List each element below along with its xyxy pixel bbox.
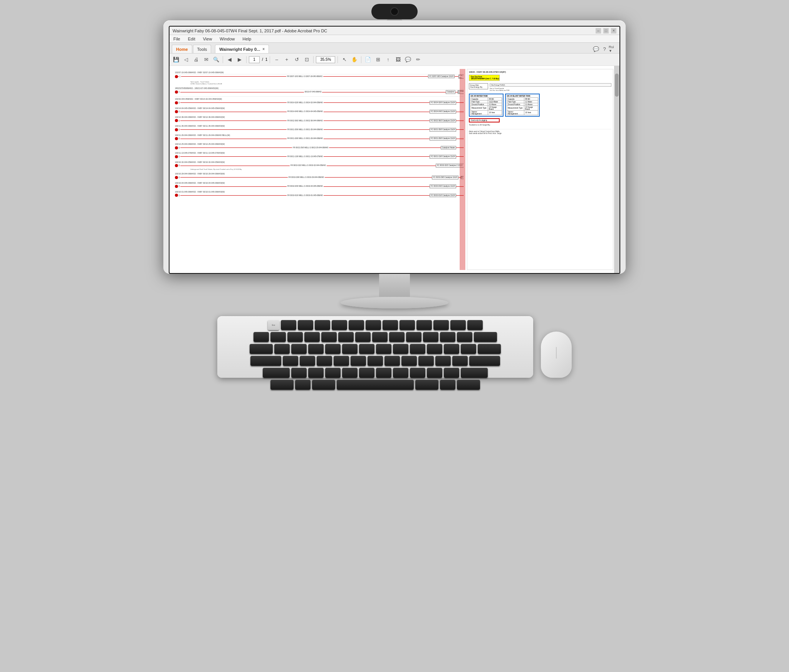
key-s[interactable] xyxy=(300,356,315,366)
next-page-icon[interactable]: ▶ xyxy=(235,55,244,64)
key-v[interactable] xyxy=(342,368,358,378)
key-f5[interactable] xyxy=(349,320,364,330)
key-g[interactable] xyxy=(351,356,366,366)
key-o[interactable] xyxy=(410,344,425,354)
key-x[interactable] xyxy=(308,368,324,378)
key-rctrl[interactable] xyxy=(457,380,480,390)
key-lctrl[interactable] xyxy=(270,380,294,390)
key-t[interactable] xyxy=(342,344,358,354)
maximize-button[interactable]: □ xyxy=(603,28,609,34)
key-f[interactable] xyxy=(334,356,349,366)
key-backslash[interactable] xyxy=(478,344,501,354)
key-b[interactable] xyxy=(359,368,374,378)
rotate-icon[interactable]: ↺ xyxy=(292,55,301,64)
key-ralt[interactable] xyxy=(415,380,438,390)
tab-tools[interactable]: Tools xyxy=(193,45,212,53)
menu-help[interactable]: Help xyxy=(241,36,253,42)
zoom-in-icon[interactable]: + xyxy=(282,55,291,64)
email-icon[interactable]: ✉ xyxy=(202,55,210,64)
key-w[interactable] xyxy=(291,344,307,354)
menu-window[interactable]: Window xyxy=(218,36,236,42)
key-lbracket[interactable] xyxy=(444,344,459,354)
comment-icon[interactable]: 💬 xyxy=(592,45,600,53)
key-m[interactable] xyxy=(393,368,408,378)
key-enter[interactable] xyxy=(469,356,500,366)
key-k[interactable] xyxy=(401,356,417,366)
key-f1[interactable] xyxy=(281,320,296,330)
key-d[interactable] xyxy=(317,356,332,366)
comment-tool-icon[interactable]: 💬 xyxy=(404,55,412,64)
key-f2[interactable] xyxy=(298,320,313,330)
search-icon[interactable]: 🔍 xyxy=(212,55,220,64)
menu-file[interactable]: File xyxy=(172,36,182,42)
save-icon[interactable]: 💾 xyxy=(172,55,180,64)
key-r[interactable] xyxy=(325,344,341,354)
key-j[interactable] xyxy=(384,356,400,366)
key-f4[interactable] xyxy=(332,320,347,330)
key-equals[interactable] xyxy=(457,332,472,342)
key-e[interactable] xyxy=(308,344,324,354)
key-a[interactable] xyxy=(283,356,298,366)
user-account[interactable]: Rui ▼ xyxy=(609,45,617,53)
key-6[interactable] xyxy=(355,332,371,342)
key-f12[interactable] xyxy=(467,320,483,330)
key-slash[interactable] xyxy=(444,368,459,378)
key-caps[interactable] xyxy=(250,356,281,366)
key-8[interactable] xyxy=(389,332,405,342)
key-tab[interactable] xyxy=(250,344,273,354)
key-semicolon[interactable] xyxy=(435,356,451,366)
minimize-button[interactable]: – xyxy=(596,28,601,34)
sign-tool-icon[interactable]: ✏ xyxy=(414,55,422,64)
menu-edit[interactable]: Edit xyxy=(186,36,197,42)
print-icon[interactable]: 🖨 xyxy=(192,55,200,64)
key-3[interactable] xyxy=(304,332,320,342)
screenshot-icon[interactable]: 🖼 xyxy=(394,55,402,64)
key-c[interactable] xyxy=(325,368,341,378)
key-f9[interactable] xyxy=(416,320,432,330)
back-nav-icon[interactable]: ◁ xyxy=(182,55,190,64)
key-period[interactable] xyxy=(427,368,442,378)
key-f7[interactable] xyxy=(383,320,398,330)
key-f6[interactable] xyxy=(366,320,381,330)
key-comma[interactable] xyxy=(410,368,425,378)
key-tilde[interactable] xyxy=(253,332,269,342)
key-lshift[interactable] xyxy=(263,368,290,378)
expand-icon[interactable]: ⊞ xyxy=(374,55,382,64)
key-h[interactable] xyxy=(368,356,383,366)
key-rbracket[interactable] xyxy=(461,344,476,354)
doc-tab-close-icon[interactable]: × xyxy=(262,47,265,51)
prev-page-icon[interactable]: ◀ xyxy=(225,55,234,64)
key-quote[interactable] xyxy=(452,356,468,366)
share-icon[interactable]: ↑ xyxy=(384,55,392,64)
key-u[interactable] xyxy=(376,344,391,354)
key-2[interactable] xyxy=(287,332,303,342)
key-4[interactable] xyxy=(321,332,337,342)
close-button[interactable]: × xyxy=(611,28,616,34)
key-rshift[interactable] xyxy=(461,368,488,378)
zoom-input[interactable] xyxy=(316,56,335,63)
key-backspace[interactable] xyxy=(474,332,497,342)
help-icon[interactable]: ? xyxy=(600,45,609,53)
key-f3[interactable] xyxy=(315,320,330,330)
fit-page-icon[interactable]: ⊡ xyxy=(302,55,311,64)
hand-tool-icon[interactable]: ✋ xyxy=(350,55,359,64)
scrollbar-thumb[interactable] xyxy=(615,74,619,97)
key-f8[interactable] xyxy=(400,320,415,330)
key-n[interactable] xyxy=(376,368,391,378)
key-f11[interactable] xyxy=(450,320,466,330)
key-z[interactable] xyxy=(291,368,307,378)
page-number-input[interactable] xyxy=(249,56,260,63)
tab-document[interactable]: Wainwright Faby 0... × xyxy=(215,45,269,53)
mouse[interactable] xyxy=(541,332,572,378)
key-l[interactable] xyxy=(418,356,434,366)
key-q[interactable] xyxy=(274,344,290,354)
key-space[interactable] xyxy=(337,380,414,390)
key-9[interactable] xyxy=(406,332,421,342)
key-esc[interactable]: Esc xyxy=(268,320,279,330)
keyboard[interactable]: Esc xyxy=(217,316,533,378)
key-5[interactable] xyxy=(338,332,354,342)
key-fn2[interactable] xyxy=(440,380,455,390)
page-thumbnail-icon[interactable]: 📄 xyxy=(364,55,372,64)
key-1[interactable] xyxy=(270,332,286,342)
key-f10[interactable] xyxy=(433,320,449,330)
